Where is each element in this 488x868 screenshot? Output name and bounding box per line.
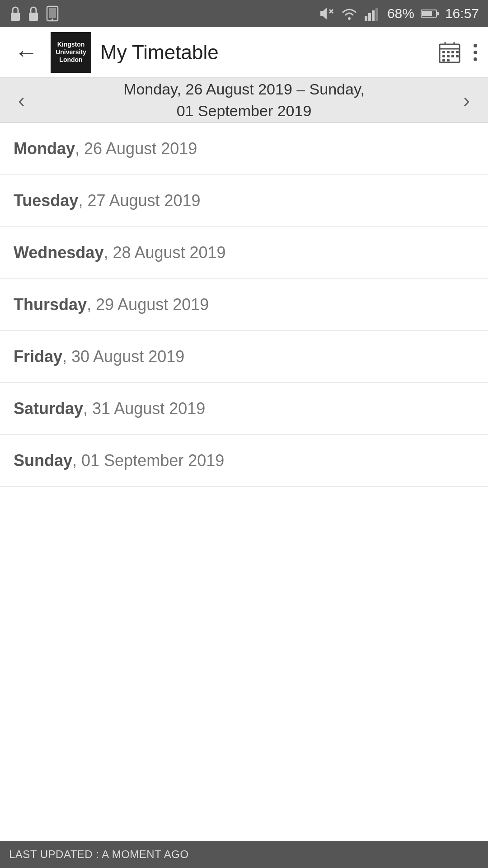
day-date: , 26 August 2019 [75,139,197,158]
day-date: , 27 August 2019 [78,191,200,210]
svg-rect-14 [422,11,432,16]
last-updated-text: LAST UPDATED : A MOMENT AGO [9,848,189,861]
day-item[interactable]: Sunday, 01 September 2019 [0,435,488,487]
day-item[interactable]: Thursday, 29 August 2019 [0,279,488,331]
svg-point-4 [52,19,53,20]
wifi-icon [340,6,358,21]
svg-rect-24 [442,55,445,57]
svg-rect-3 [49,8,56,18]
day-item[interactable]: Saturday, 31 August 2019 [0,383,488,435]
svg-rect-25 [447,55,450,57]
footer: LAST UPDATED : A MOMENT AGO [0,841,488,868]
next-week-button[interactable]: › [459,85,474,116]
svg-rect-21 [447,51,450,53]
day-item[interactable]: Monday, 26 August 2019 [0,123,488,175]
svg-rect-0 [11,13,20,21]
day-date: , 29 August 2019 [87,295,209,314]
day-date: , 30 August 2019 [62,347,184,366]
day-name: Tuesday [14,191,78,210]
screen-icon [45,5,60,22]
day-name: Wednesday [14,243,103,262]
dot-2 [474,51,477,54]
week-navigation: ‹ Monday, 26 August 2019 – Sunday,01 Sep… [0,78,488,123]
svg-rect-1 [29,13,38,21]
day-name: Friday [14,347,62,366]
lock-icon-2 [27,5,40,22]
day-name: Sunday [14,451,72,470]
day-name: Thursday [14,295,87,314]
prev-week-button[interactable]: ‹ [14,85,29,116]
day-date: , 28 August 2019 [103,243,225,262]
svg-rect-20 [442,51,445,53]
svg-rect-26 [451,55,454,57]
status-bar: 68% 16:57 [0,0,488,27]
time-display: 16:57 [445,6,479,21]
calendar-icon[interactable] [438,41,461,64]
day-item[interactable]: Friday, 30 August 2019 [0,331,488,383]
day-item[interactable]: Wednesday, 28 August 2019 [0,227,488,279]
day-date: , 01 September 2019 [72,451,224,470]
svg-rect-9 [365,16,367,21]
dot-3 [474,57,477,61]
day-name: Saturday [14,399,83,418]
mute-icon [319,6,334,21]
battery-icon [421,8,439,19]
logo-text: KingstonUniversityLondon [56,41,86,63]
svg-marker-5 [320,8,327,19]
status-bar-right: 68% 16:57 [319,6,479,21]
day-list: Monday, 26 August 2019Tuesday, 27 August… [0,123,488,841]
svg-rect-15 [437,12,439,15]
app-title: My Timetable [100,41,429,64]
svg-rect-10 [368,13,371,21]
svg-rect-23 [456,51,459,53]
day-item[interactable]: Tuesday, 27 August 2019 [0,175,488,227]
svg-rect-22 [451,51,454,53]
day-name: Monday [14,139,75,158]
lock-icon [9,5,22,22]
battery-text: 68% [387,6,414,21]
app-bar: ← KingstonUniversityLondon My Timetable [0,27,488,78]
svg-rect-11 [372,10,375,21]
more-options-button[interactable] [474,42,477,63]
week-range-text: Monday, 26 August 2019 – Sunday,01 Septe… [29,79,459,122]
svg-rect-29 [447,59,450,61]
svg-rect-27 [456,55,459,57]
svg-rect-12 [375,8,378,21]
svg-point-8 [348,17,351,20]
app-bar-icons [438,41,477,64]
back-button[interactable]: ← [11,37,42,68]
app-logo: KingstonUniversityLondon [51,32,91,73]
status-bar-left [9,5,60,22]
signal-icon [365,6,381,21]
svg-rect-28 [442,59,445,61]
day-date: , 31 August 2019 [83,399,205,418]
dot-1 [474,44,477,47]
